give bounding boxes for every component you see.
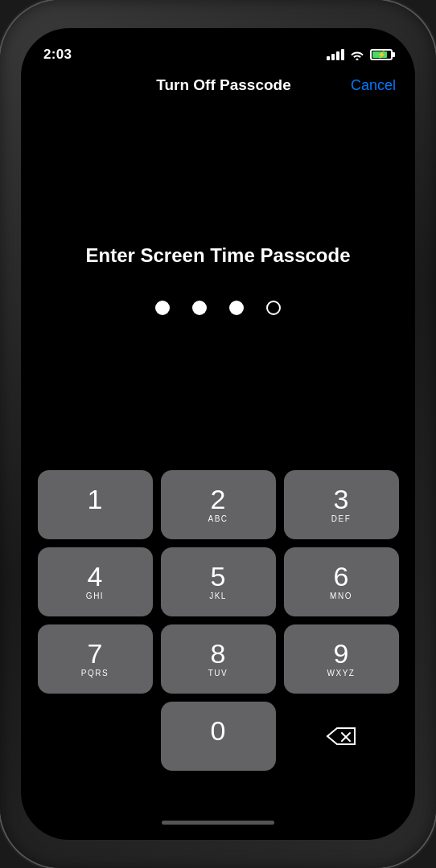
- keypad: 1 2 ABC 3 DEF 4 GHI 5: [21, 470, 415, 805]
- nav-title: Turn Off Passcode: [97, 76, 351, 94]
- key-0-number: 0: [211, 717, 226, 744]
- phone-screen: 2:03 ⚡ Turn: [21, 28, 415, 840]
- keypad-row-4: 0: [34, 702, 402, 771]
- key-9[interactable]: 9 WXYZ: [284, 624, 399, 694]
- phone-frame: 2:03 ⚡ Turn: [0, 0, 436, 868]
- key-8-letters: TUV: [208, 669, 228, 679]
- key-2[interactable]: 2 ABC: [161, 470, 276, 539]
- key-4-letters: GHI: [86, 592, 104, 602]
- key-8[interactable]: 8 TUV: [161, 624, 276, 694]
- delete-button[interactable]: [284, 702, 399, 771]
- key-6[interactable]: 6 MNO: [284, 547, 399, 616]
- nav-bar: Turn Off Passcode Cancel: [21, 70, 415, 104]
- battery-icon: ⚡: [370, 49, 393, 60]
- key-3-letters: DEF: [331, 514, 352, 525]
- keypad-row-3: 7 PQRS 8 TUV 9 WXYZ: [34, 624, 402, 694]
- key-6-number: 6: [334, 563, 349, 590]
- status-time: 2:03: [43, 47, 72, 63]
- key-0[interactable]: 0: [161, 702, 276, 771]
- main-content: Enter Screen Time Passcode: [21, 104, 415, 470]
- key-2-letters: ABC: [208, 514, 228, 525]
- key-1[interactable]: 1: [38, 470, 153, 539]
- dot-2: [192, 301, 207, 315]
- key-2-number: 2: [211, 485, 226, 513]
- key-8-number: 8: [211, 640, 226, 667]
- key-5-number: 5: [211, 563, 226, 590]
- key-7[interactable]: 7 PQRS: [38, 624, 153, 694]
- dot-3: [229, 301, 244, 315]
- key-3[interactable]: 3 DEF: [284, 470, 399, 539]
- passcode-prompt: Enter Screen Time Passcode: [53, 243, 382, 268]
- cancel-button[interactable]: Cancel: [351, 77, 396, 94]
- keypad-row-2: 4 GHI 5 JKL 6 MNO: [34, 547, 402, 616]
- key-6-letters: MNO: [330, 592, 352, 602]
- key-9-number: 9: [334, 640, 349, 667]
- delete-icon: [326, 725, 356, 747]
- home-indicator: [21, 805, 415, 840]
- key-9-letters: WXYZ: [327, 669, 356, 679]
- status-icons: ⚡: [327, 49, 393, 60]
- key-5[interactable]: 5 JKL: [161, 547, 276, 616]
- key-5-letters: JKL: [209, 592, 227, 602]
- wifi-icon: [350, 49, 364, 60]
- notch: [154, 28, 282, 55]
- key-1-number: 1: [88, 485, 103, 513]
- passcode-dots: [155, 301, 281, 315]
- key-empty: [38, 702, 153, 771]
- key-7-number: 7: [88, 640, 103, 667]
- home-bar: [162, 821, 274, 825]
- dot-4: [266, 301, 281, 315]
- key-3-number: 3: [334, 485, 349, 513]
- key-4-number: 4: [88, 563, 103, 590]
- key-4[interactable]: 4 GHI: [38, 547, 153, 616]
- signal-icon: [327, 49, 344, 60]
- key-7-letters: PQRS: [81, 669, 109, 679]
- keypad-row-1: 1 2 ABC 3 DEF: [34, 470, 402, 539]
- dot-1: [155, 301, 170, 315]
